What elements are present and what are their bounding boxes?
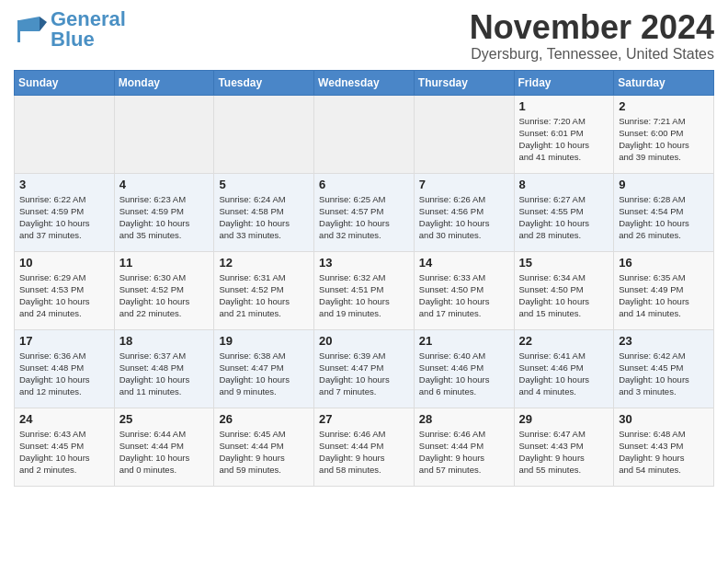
calendar-cell: [414, 95, 514, 173]
day-number: 24: [19, 412, 109, 426]
day-info: Sunrise: 6:26 AM Sunset: 4:56 PM Dayligh…: [419, 193, 509, 242]
calendar-cell: 5Sunrise: 6:24 AM Sunset: 4:58 PM Daylig…: [214, 173, 314, 251]
calendar-cell: 16Sunrise: 6:35 AM Sunset: 4:49 PM Dayli…: [614, 251, 714, 329]
day-number: 1: [519, 99, 609, 113]
logo: General Blue: [14, 9, 126, 50]
day-number: 16: [619, 256, 709, 270]
calendar-cell: 3Sunrise: 6:22 AM Sunset: 4:59 PM Daylig…: [15, 173, 115, 251]
day-info: Sunrise: 6:33 AM Sunset: 4:50 PM Dayligh…: [419, 271, 509, 320]
day-info: Sunrise: 6:47 AM Sunset: 4:43 PM Dayligh…: [519, 428, 609, 477]
day-info: Sunrise: 6:45 AM Sunset: 4:44 PM Dayligh…: [219, 428, 309, 477]
day-info: Sunrise: 6:22 AM Sunset: 4:59 PM Dayligh…: [19, 193, 109, 242]
calendar-cell: [314, 95, 415, 173]
day-number: 25: [119, 412, 210, 426]
calendar-cell: 6Sunrise: 6:25 AM Sunset: 4:57 PM Daylig…: [314, 173, 415, 251]
calendar-cell: 29Sunrise: 6:47 AM Sunset: 4:43 PM Dayli…: [514, 408, 614, 486]
calendar-cell: 23Sunrise: 6:42 AM Sunset: 4:45 PM Dayli…: [614, 329, 714, 408]
day-info: Sunrise: 6:23 AM Sunset: 4:59 PM Dayligh…: [119, 193, 210, 242]
calendar-cell: 1Sunrise: 7:20 AM Sunset: 6:01 PM Daylig…: [514, 95, 614, 173]
day-number: 14: [419, 256, 509, 270]
day-info: Sunrise: 6:39 AM Sunset: 4:47 PM Dayligh…: [319, 350, 409, 398]
logo-text: General Blue: [51, 7, 126, 51]
logo-icon: [14, 13, 47, 46]
day-number: 27: [319, 412, 409, 426]
calendar-cell: 12Sunrise: 6:31 AM Sunset: 4:52 PM Dayli…: [214, 251, 314, 329]
day-number: 3: [19, 178, 109, 191]
header-row: SundayMondayTuesdayWednesdayThursdayFrid…: [15, 70, 714, 95]
header: General Blue November 2024 Dyersburg, Te…: [14, 9, 714, 63]
day-info: Sunrise: 7:20 AM Sunset: 6:01 PM Dayligh…: [519, 115, 609, 164]
day-info: Sunrise: 6:24 AM Sunset: 4:58 PM Dayligh…: [219, 193, 309, 242]
calendar-cell: 10Sunrise: 6:29 AM Sunset: 4:53 PM Dayli…: [15, 251, 115, 329]
day-info: Sunrise: 6:34 AM Sunset: 4:50 PM Dayligh…: [519, 271, 609, 320]
calendar-cell: 19Sunrise: 6:38 AM Sunset: 4:47 PM Dayli…: [214, 329, 314, 408]
calendar-cell: 18Sunrise: 6:37 AM Sunset: 4:48 PM Dayli…: [114, 329, 214, 408]
day-info: Sunrise: 6:25 AM Sunset: 4:57 PM Dayligh…: [319, 193, 409, 242]
day-info: Sunrise: 6:42 AM Sunset: 4:45 PM Dayligh…: [619, 350, 709, 398]
day-header-friday: Friday: [514, 70, 614, 95]
day-number: 6: [319, 178, 409, 191]
day-number: 26: [219, 412, 309, 426]
day-number: 11: [119, 256, 210, 270]
calendar-cell: 15Sunrise: 6:34 AM Sunset: 4:50 PM Dayli…: [514, 251, 614, 329]
title-area: November 2024 Dyersburg, Tennessee, Unit…: [470, 9, 714, 63]
day-info: Sunrise: 6:31 AM Sunset: 4:52 PM Dayligh…: [219, 271, 309, 320]
calendar-table: SundayMondayTuesdayWednesdayThursdayFrid…: [14, 70, 714, 487]
day-number: 21: [419, 334, 509, 348]
day-number: 4: [119, 178, 210, 191]
calendar-cell: 14Sunrise: 6:33 AM Sunset: 4:50 PM Dayli…: [414, 251, 514, 329]
day-info: Sunrise: 6:41 AM Sunset: 4:46 PM Dayligh…: [519, 350, 609, 398]
calendar-cell: 28Sunrise: 6:46 AM Sunset: 4:44 PM Dayli…: [414, 408, 514, 486]
calendar-cell: 8Sunrise: 6:27 AM Sunset: 4:55 PM Daylig…: [514, 173, 614, 251]
week-row-2: 3Sunrise: 6:22 AM Sunset: 4:59 PM Daylig…: [15, 173, 714, 251]
calendar-cell: 20Sunrise: 6:39 AM Sunset: 4:47 PM Dayli…: [314, 329, 415, 408]
day-number: 30: [619, 412, 709, 426]
calendar-cell: 21Sunrise: 6:40 AM Sunset: 4:46 PM Dayli…: [414, 329, 514, 408]
calendar-cell: 27Sunrise: 6:46 AM Sunset: 4:44 PM Dayli…: [314, 408, 415, 486]
day-header-tuesday: Tuesday: [214, 70, 314, 95]
day-info: Sunrise: 6:36 AM Sunset: 4:48 PM Dayligh…: [19, 350, 109, 398]
day-info: Sunrise: 6:44 AM Sunset: 4:44 PM Dayligh…: [119, 428, 210, 477]
day-header-saturday: Saturday: [614, 70, 714, 95]
day-number: 5: [219, 178, 309, 191]
calendar-cell: 22Sunrise: 6:41 AM Sunset: 4:46 PM Dayli…: [514, 329, 614, 408]
day-number: 22: [519, 334, 609, 348]
day-header-thursday: Thursday: [414, 70, 514, 95]
calendar-cell: 30Sunrise: 6:48 AM Sunset: 4:43 PM Dayli…: [614, 408, 714, 486]
calendar-cell: 2Sunrise: 7:21 AM Sunset: 6:00 PM Daylig…: [614, 95, 714, 173]
calendar-cell: 9Sunrise: 6:28 AM Sunset: 4:54 PM Daylig…: [614, 173, 714, 251]
calendar-cell: 4Sunrise: 6:23 AM Sunset: 4:59 PM Daylig…: [114, 173, 214, 251]
day-info: Sunrise: 6:35 AM Sunset: 4:49 PM Dayligh…: [619, 271, 709, 320]
day-number: 19: [219, 334, 309, 348]
day-info: Sunrise: 6:32 AM Sunset: 4:51 PM Dayligh…: [319, 271, 409, 320]
calendar-cell: 26Sunrise: 6:45 AM Sunset: 4:44 PM Dayli…: [214, 408, 314, 486]
calendar-cell: [214, 95, 314, 173]
day-info: Sunrise: 7:21 AM Sunset: 6:00 PM Dayligh…: [619, 115, 709, 164]
day-number: 29: [519, 412, 609, 426]
day-number: 15: [519, 256, 609, 270]
day-number: 12: [219, 256, 309, 270]
day-info: Sunrise: 6:40 AM Sunset: 4:46 PM Dayligh…: [419, 350, 509, 398]
week-row-1: 1Sunrise: 7:20 AM Sunset: 6:01 PM Daylig…: [15, 95, 714, 173]
day-info: Sunrise: 6:29 AM Sunset: 4:53 PM Dayligh…: [19, 271, 109, 320]
month-title: November 2024: [470, 9, 714, 46]
day-header-sunday: Sunday: [15, 70, 115, 95]
svg-rect-3: [17, 20, 20, 42]
day-number: 18: [119, 334, 210, 348]
day-number: 9: [619, 178, 709, 191]
calendar-cell: 11Sunrise: 6:30 AM Sunset: 4:52 PM Dayli…: [114, 251, 214, 329]
day-info: Sunrise: 6:48 AM Sunset: 4:43 PM Dayligh…: [619, 428, 709, 477]
week-row-3: 10Sunrise: 6:29 AM Sunset: 4:53 PM Dayli…: [15, 251, 714, 329]
calendar-cell: 7Sunrise: 6:26 AM Sunset: 4:56 PM Daylig…: [414, 173, 514, 251]
day-info: Sunrise: 6:46 AM Sunset: 4:44 PM Dayligh…: [319, 428, 409, 477]
week-row-4: 17Sunrise: 6:36 AM Sunset: 4:48 PM Dayli…: [15, 329, 714, 408]
day-header-wednesday: Wednesday: [314, 70, 415, 95]
day-number: 23: [619, 334, 709, 348]
week-row-5: 24Sunrise: 6:43 AM Sunset: 4:45 PM Dayli…: [15, 408, 714, 486]
calendar-cell: 17Sunrise: 6:36 AM Sunset: 4:48 PM Dayli…: [15, 329, 115, 408]
day-info: Sunrise: 6:37 AM Sunset: 4:48 PM Dayligh…: [119, 350, 210, 398]
day-info: Sunrise: 6:27 AM Sunset: 4:55 PM Dayligh…: [519, 193, 609, 242]
day-info: Sunrise: 6:43 AM Sunset: 4:45 PM Dayligh…: [19, 428, 109, 477]
day-number: 13: [319, 256, 409, 270]
day-number: 20: [319, 334, 409, 348]
